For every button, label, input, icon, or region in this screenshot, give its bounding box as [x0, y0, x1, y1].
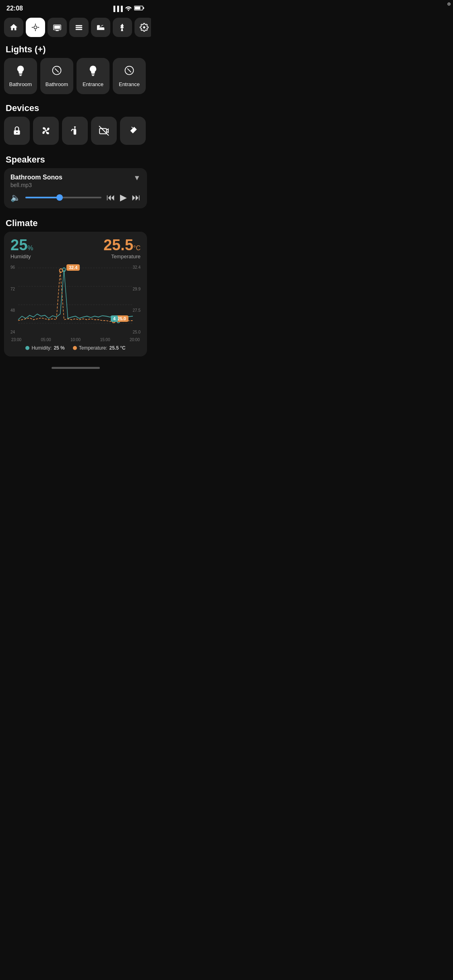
light-label-entrance-1: Entrance — [83, 81, 103, 87]
speaker-header: Bathroom Sonos bell.mp3 ▼ — [10, 174, 141, 188]
y-labels-left: 96 72 48 24 — [10, 264, 15, 336]
device-clean[interactable] — [120, 117, 146, 145]
battery-icon — [134, 5, 145, 12]
chart-svg — [10, 264, 141, 336]
svg-rect-1 — [143, 7, 144, 9]
light-card-bathroom-1[interactable]: Bathroom — [4, 58, 37, 94]
light-label-bathroom-1: Bathroom — [9, 81, 32, 87]
tab-kitchen[interactable] — [69, 18, 89, 37]
temperature-value: 25.5°C — [103, 237, 141, 253]
humidity-legend-value: 25 % — [54, 345, 64, 351]
speaker-name: Bathroom Sonos — [10, 174, 62, 181]
bulb-on-icon-2 — [87, 65, 99, 79]
light-off-icon-1 — [51, 65, 62, 79]
status-time: 22:08 — [6, 5, 23, 12]
temperature-legend-value: 25.5 °C — [109, 345, 125, 351]
devices-section-title: Devices — [0, 99, 151, 117]
speaker-card: Bathroom Sonos bell.mp3 ▼ 🔈 ⏮ ▶ ⏭ — [4, 168, 147, 208]
light-card-bathroom-2[interactable]: Bathroom — [40, 58, 73, 94]
lights-grid: Bathroom Bathroom Entrance Entrance — [0, 58, 151, 99]
lights-section-title: Lights (+) — [0, 40, 151, 58]
climate-section-title: Climate — [0, 214, 151, 232]
device-fan[interactable] — [33, 117, 59, 145]
tab-settings[interactable]: ! — [134, 18, 151, 37]
chevron-down-icon[interactable]: ▼ — [133, 174, 141, 182]
humidity-display: 25% Humidity — [10, 237, 33, 259]
temperature-label: Temperature — [103, 253, 141, 259]
svg-rect-12 — [76, 25, 83, 27]
svg-point-30 — [60, 269, 63, 272]
light-label-bathroom-2: Bathroom — [46, 81, 68, 87]
bulb-on-icon — [15, 65, 26, 79]
svg-point-21 — [45, 130, 47, 132]
svg-rect-6 — [35, 30, 36, 31]
home-bar — [52, 367, 100, 369]
humidity-legend-label: Humidity: — [31, 345, 52, 351]
svg-rect-2 — [135, 6, 141, 9]
speaker-controls: 🔈 ⏮ ▶ ⏭ — [10, 192, 141, 203]
svg-line-16 — [55, 68, 58, 72]
legend-humidity: Humidity: 25 % — [25, 345, 64, 351]
chart-legend: Humidity: 25 % Temperature: 25.5 °C — [10, 345, 141, 351]
light-label-entrance-2: Entrance — [119, 81, 140, 87]
svg-rect-8 — [38, 27, 39, 28]
humidity-label: Humidity — [10, 253, 33, 259]
y-labels-right: 32.4 29.9 27.5 25.0 — [133, 264, 141, 336]
light-card-entrance-2[interactable]: Entrance — [113, 58, 146, 94]
light-off-icon-2 — [124, 65, 135, 79]
svg-rect-7 — [32, 27, 33, 28]
tab-garden[interactable] — [113, 18, 132, 37]
signal-icon: ▐▐▐ — [112, 6, 123, 12]
svg-rect-13 — [76, 27, 83, 28]
home-indicator — [0, 362, 151, 371]
humidity-dot — [25, 346, 29, 350]
humidity-value: 25% — [10, 237, 33, 253]
svg-rect-14 — [76, 29, 83, 30]
svg-rect-10 — [54, 25, 60, 29]
chart-tooltip-peak: 32.4 — [66, 264, 80, 271]
status-icons: ▐▐▐ — [112, 5, 145, 12]
devices-grid — [0, 117, 151, 150]
legend-temperature: Temperature: 25.5 °C — [73, 345, 126, 351]
next-button[interactable]: ⏭ — [132, 192, 141, 203]
device-extinguisher[interactable] — [62, 117, 88, 145]
chart-x-labels: 23:00 05:00 10:00 15:00 20:00 — [10, 338, 141, 342]
device-camera-off[interactable] — [91, 117, 117, 145]
play-button[interactable]: ▶ — [120, 192, 127, 203]
svg-rect-5 — [35, 24, 36, 25]
volume-icon[interactable]: 🔈 — [10, 193, 21, 202]
speakers-section-title: Speakers — [0, 150, 151, 168]
chart-tooltip-humidity: 4 — [111, 315, 118, 322]
climate-header: 25% Humidity 25.5°C Temperature — [10, 237, 141, 259]
tab-home[interactable] — [4, 18, 23, 37]
speaker-info: Bathroom Sonos bell.mp3 — [10, 174, 62, 188]
wifi-icon — [125, 5, 132, 12]
temperature-legend-label: Temperature: — [79, 345, 108, 351]
device-lock[interactable] — [4, 117, 30, 145]
svg-rect-22 — [74, 129, 77, 135]
svg-point-4 — [34, 26, 37, 29]
speaker-track: bell.mp3 — [10, 182, 62, 188]
tab-tv[interactable] — [48, 18, 67, 37]
svg-line-18 — [127, 68, 131, 72]
tab-bedroom[interactable] — [91, 18, 110, 37]
temperature-display: 25.5°C Temperature — [103, 237, 141, 259]
tab-bathroom[interactable] — [26, 18, 45, 37]
nav-tabs: ! — [0, 14, 151, 40]
temperature-dot — [73, 346, 77, 350]
prev-button[interactable]: ⏮ — [106, 192, 115, 203]
climate-chart: 96 72 48 24 32.4 29.9 27.5 25.0 — [10, 264, 141, 336]
svg-point-20 — [16, 132, 17, 133]
climate-card: 25% Humidity 25.5°C Temperature 96 72 48… — [4, 232, 147, 356]
light-card-entrance-1[interactable]: Entrance — [77, 58, 110, 94]
status-bar: 22:08 ▐▐▐ — [0, 0, 151, 14]
volume-slider[interactable] — [25, 197, 101, 198]
